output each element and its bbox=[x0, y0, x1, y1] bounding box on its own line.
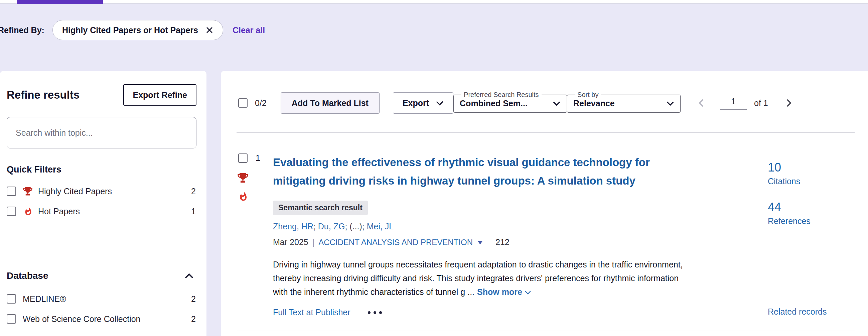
medline-checkbox[interactable] bbox=[7, 294, 16, 304]
chevron-down-icon bbox=[436, 101, 444, 106]
chevron-down-icon bbox=[525, 290, 531, 295]
active-tab-indicator bbox=[17, 0, 103, 4]
chevron-right-icon[interactable] bbox=[783, 98, 794, 108]
result-authors: Zheng, HR; Du, ZG; (...); Mei, JL bbox=[273, 222, 687, 231]
hot-papers-checkbox[interactable] bbox=[7, 206, 16, 216]
results-toolbar: 0/2 Add To Marked List Export Preferred … bbox=[238, 90, 855, 116]
result-divider bbox=[237, 331, 855, 331]
quick-filter-label[interactable]: Hot Papers bbox=[38, 206, 80, 216]
database-filter-wos-core: Web of Science Core Collection 2 bbox=[7, 310, 196, 328]
export-button-label: Export bbox=[403, 98, 429, 108]
highly-cited-checkbox[interactable] bbox=[7, 187, 16, 196]
author-link[interactable]: Zheng, HR bbox=[273, 222, 313, 231]
add-to-marked-list-button[interactable]: Add To Marked List bbox=[281, 92, 379, 114]
citations-count[interactable]: 10 bbox=[768, 161, 855, 174]
quick-filter-hot-papers: Hot Papers 1 bbox=[7, 202, 196, 220]
meta-separator: | bbox=[312, 237, 315, 247]
chevron-up-icon[interactable] bbox=[184, 273, 194, 279]
quick-filter-label[interactable]: Highly Cited Papers bbox=[38, 187, 112, 196]
quick-filter-count: 2 bbox=[191, 187, 196, 196]
chevron-down-icon bbox=[666, 101, 674, 106]
result-abstract: Driving in highway tunnel groups necessi… bbox=[273, 258, 687, 299]
top-tab-strip bbox=[0, 0, 868, 4]
database-filter-label[interactable]: MEDLINE® bbox=[23, 294, 66, 304]
more-options-icon[interactable] bbox=[368, 311, 382, 314]
results-panel: 0/2 Add To Marked List Export Preferred … bbox=[221, 71, 868, 336]
export-button[interactable]: Export bbox=[393, 92, 454, 114]
flame-icon bbox=[23, 206, 33, 217]
page-total-label: of 1 bbox=[754, 98, 768, 108]
author-link[interactable]: Mei, JL bbox=[367, 222, 394, 231]
selection-count: 0/2 bbox=[255, 98, 267, 108]
export-refine-button[interactable]: Export Refine bbox=[123, 84, 196, 106]
search-within-topic-input[interactable] bbox=[7, 117, 196, 148]
database-filter-count: 2 bbox=[191, 314, 196, 324]
journal-dropdown-triangle-icon[interactable] bbox=[477, 241, 483, 244]
close-icon[interactable] bbox=[206, 26, 214, 34]
result-index: 1 bbox=[256, 153, 260, 163]
refined-by-bar: Refined By: Highly Cited Papers or Hot P… bbox=[0, 20, 265, 40]
flame-icon bbox=[238, 192, 248, 202]
references-count[interactable]: 44 bbox=[768, 200, 855, 214]
quick-filter-highly-cited: Highly Cited Papers 2 bbox=[7, 182, 196, 200]
quick-filter-count: 1 bbox=[191, 206, 196, 216]
refine-sidebar: Refine results Export Refine Quick Filte… bbox=[0, 71, 207, 336]
database-section-header[interactable]: Database bbox=[7, 271, 196, 281]
result-gutter: 1 bbox=[238, 153, 273, 317]
result-date: Mar 2025 bbox=[273, 237, 308, 247]
result-content: Evaluating the effectiveness of rhythmic… bbox=[273, 153, 687, 317]
database-heading: Database bbox=[7, 271, 49, 281]
result-metrics: 10 Citations 44 References Related recor… bbox=[687, 153, 855, 317]
sort-by-label: Sort by bbox=[575, 91, 601, 99]
show-more-link[interactable]: Show more bbox=[477, 287, 531, 297]
chevron-left-icon[interactable] bbox=[696, 98, 707, 108]
preferred-results-label: Preferred Search Results bbox=[461, 91, 541, 99]
toolbar-divider bbox=[237, 132, 855, 133]
trophy-icon bbox=[23, 186, 33, 197]
select-all-checkbox[interactable] bbox=[238, 98, 248, 108]
journal-link[interactable]: ACCIDENT ANALYSIS AND PREVENTION bbox=[318, 238, 473, 247]
page-number-input[interactable] bbox=[720, 96, 747, 110]
database-filter-label[interactable]: Web of Science Core Collection bbox=[23, 314, 141, 324]
result-links: Full Text at Publisher bbox=[273, 308, 687, 317]
author-separator: ; bbox=[313, 222, 318, 231]
trophy-icon bbox=[237, 172, 249, 184]
show-more-label: Show more bbox=[477, 287, 522, 297]
semantic-result-badge: Semantic search result bbox=[273, 201, 368, 215]
citations-label[interactable]: Citations bbox=[768, 176, 855, 186]
sort-by-value: Relevance bbox=[573, 99, 615, 108]
refine-results-title: Refine results bbox=[7, 89, 80, 101]
pagination: of 1 bbox=[696, 96, 794, 110]
database-filter-medline: MEDLINE® 2 bbox=[7, 290, 196, 308]
clear-all-link[interactable]: Clear all bbox=[232, 25, 265, 35]
references-label[interactable]: References bbox=[768, 216, 855, 226]
preferred-results-value: Combined Sem... bbox=[460, 99, 528, 108]
wos-core-checkbox[interactable] bbox=[7, 314, 16, 324]
result-title-link[interactable]: Evaluating the effectiveness of rhythmic… bbox=[273, 153, 687, 190]
database-filter-count: 2 bbox=[191, 294, 196, 304]
quick-filters-heading: Quick Filters bbox=[7, 165, 196, 175]
related-records-link[interactable]: Related records bbox=[768, 307, 827, 317]
result-item: 1 Evaluating the effectiveness of rhythm… bbox=[238, 153, 855, 317]
journal-volume: 212 bbox=[495, 237, 509, 247]
author-separator: ; (...); bbox=[345, 222, 367, 231]
preferred-results-select[interactable]: Preferred Search Results Combined Sem... bbox=[454, 91, 567, 113]
filter-chip[interactable]: Highly Cited Papers or Hot Papers bbox=[53, 20, 223, 40]
chevron-down-icon bbox=[553, 101, 561, 106]
full-text-link[interactable]: Full Text at Publisher bbox=[273, 308, 350, 317]
filter-chip-label: Highly Cited Papers or Hot Papers bbox=[62, 25, 198, 35]
result-checkbox[interactable] bbox=[238, 153, 248, 163]
author-link[interactable]: Du, ZG bbox=[318, 222, 345, 231]
sort-by-select[interactable]: Sort by Relevance bbox=[567, 91, 681, 113]
refined-by-label: Refined By: bbox=[0, 25, 44, 35]
result-meta: Mar 2025|ACCIDENT ANALYSIS AND PREVENTIO… bbox=[273, 237, 687, 247]
